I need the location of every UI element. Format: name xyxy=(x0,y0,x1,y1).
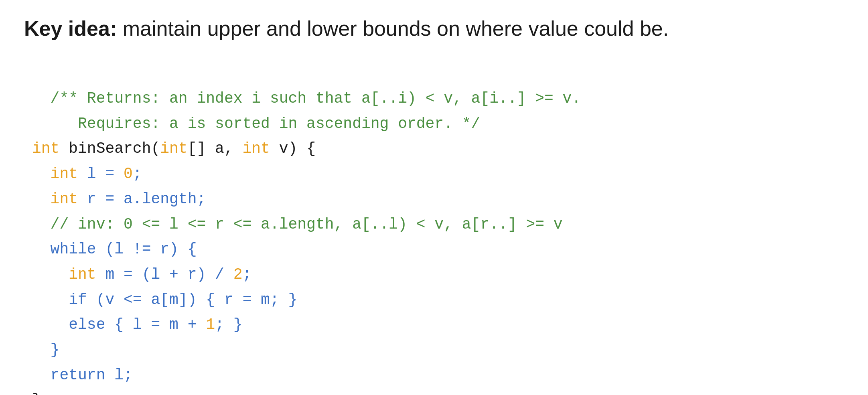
val-0-l: 0 xyxy=(124,165,133,182)
heading-rest: maintain upper and lower bounds on where… xyxy=(117,17,669,40)
keyword-int-l: int xyxy=(51,165,78,182)
heading-bold: Key idea: xyxy=(24,17,117,40)
code-block: /** Returns: an index i such that a[..i)… xyxy=(24,61,844,395)
var-l: l = xyxy=(78,165,124,182)
while-cond: (l != r) { xyxy=(96,241,197,258)
return-stmt: return l; xyxy=(51,367,133,384)
func-sig-param-rest: [] a, xyxy=(188,140,243,157)
keyword-int-func: int xyxy=(32,140,59,157)
var-r: r = a.length; xyxy=(78,190,206,208)
while-close: } xyxy=(51,341,60,359)
comment-line-1: /** Returns: an index i such that a[..i)… xyxy=(51,90,581,107)
else-close: ; } xyxy=(215,316,242,333)
while-keyword: while xyxy=(51,241,96,258)
val-2: 2 xyxy=(233,266,243,283)
func-sig-v: v) { xyxy=(270,140,316,157)
else-stmt: else { l = m + xyxy=(69,316,206,333)
comment-inv: // inv: 0 <= l <= r <= a.length, a[..l) … xyxy=(51,216,563,233)
val-1: 1 xyxy=(206,316,215,333)
page-heading: Key idea: maintain upper and lower bound… xyxy=(24,16,844,41)
var-m: m = (l + r) / xyxy=(96,266,233,283)
keyword-int-param: int xyxy=(160,140,187,157)
comment-line-2: Requires: a is sorted in ascending order… xyxy=(32,115,480,132)
keyword-int-r: int xyxy=(51,190,78,208)
if-stmt: if (v <= a[m]) { r = m; } xyxy=(69,291,297,308)
semi-l: ; xyxy=(133,165,142,182)
semi-m: ; xyxy=(243,266,252,283)
keyword-int-m: int xyxy=(69,266,96,283)
func-close: } xyxy=(32,391,41,395)
keyword-int-v: int xyxy=(243,140,270,157)
func-sig-rest: binSearch( xyxy=(59,140,160,157)
